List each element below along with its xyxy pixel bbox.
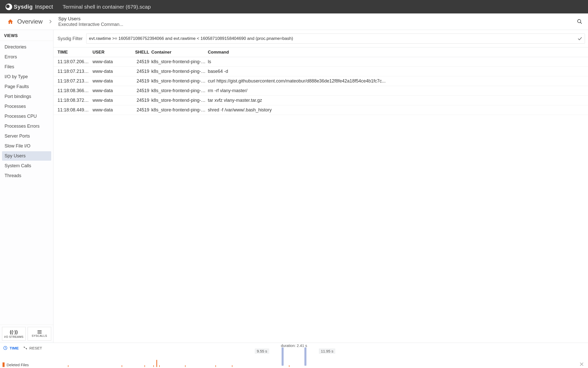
cell-time: 11:18:07.20696... bbox=[58, 59, 90, 64]
cell-shell: 24519 bbox=[135, 88, 149, 93]
sidebar-item-port-bindings[interactable]: Port bindings bbox=[2, 92, 51, 101]
table-row[interactable]: 11:18:08.44914...www-data24519k8s_store-… bbox=[53, 105, 588, 115]
cell-shell: 24519 bbox=[135, 98, 149, 103]
reset-button[interactable]: RESET bbox=[23, 346, 42, 350]
timeline-legend: Deleted Files bbox=[3, 362, 29, 367]
syscalls-label: SYSCALLS bbox=[32, 334, 47, 337]
cell-user: www-data bbox=[93, 88, 133, 93]
cell-command: rm -rf vlany-master/ bbox=[208, 88, 584, 93]
breadcrumb-view-subtitle: Executed Interactive Comman... bbox=[58, 22, 123, 27]
sidebar-item-files[interactable]: Files bbox=[2, 62, 51, 72]
sidebar-item-processes[interactable]: Processes bbox=[2, 102, 51, 111]
timeline-mark bbox=[144, 365, 145, 367]
syscalls-button[interactable]: SYSCALLS bbox=[28, 327, 51, 341]
cell-shell: 24519 bbox=[135, 69, 149, 74]
sidebar-item-system-calls[interactable]: System Calls bbox=[2, 161, 51, 171]
timeline-mark bbox=[215, 365, 216, 367]
home-icon[interactable] bbox=[7, 19, 14, 25]
timeline-mark bbox=[153, 365, 154, 367]
sidebar-item-slow-file-i-o[interactable]: Slow File I/O bbox=[2, 141, 51, 151]
sidebar-item-i-o-by-type[interactable]: I/O by Type bbox=[2, 72, 51, 81]
timeline-mark bbox=[159, 365, 160, 367]
io-streams-label: I/O STREAMS bbox=[4, 335, 23, 338]
sidebar-item-spy-users[interactable]: Spy Users bbox=[2, 151, 51, 161]
breadcrumb-view-title: Spy Users bbox=[58, 16, 123, 22]
sidebar-item-server-ports[interactable]: Server Ports bbox=[2, 131, 51, 141]
filter-row: Sysdig Filter bbox=[53, 30, 588, 47]
commands-table: TIME USER SHELL Container Command 11:18:… bbox=[53, 47, 588, 343]
duration-label: duration: 2.41 s bbox=[281, 343, 307, 348]
cell-command: curl https://gist.githubusercontent.com/… bbox=[208, 78, 584, 84]
filter-label: Sysdig Filter bbox=[58, 36, 83, 41]
legend-label: Deleted Files bbox=[7, 363, 29, 367]
file-title: Terminal shell in container (679).scap bbox=[63, 4, 151, 10]
timeline-mark bbox=[122, 365, 122, 367]
timeline-mark bbox=[289, 365, 289, 367]
legend-swatch-icon bbox=[3, 362, 5, 367]
search-icon[interactable] bbox=[577, 19, 582, 24]
cell-time: 11:18:08.44914... bbox=[58, 107, 90, 113]
sidebar-buttons: ((·)) I/O STREAMS SYSCALLS bbox=[0, 325, 53, 343]
breadcrumb-current-view: Spy Users Executed Interactive Comman... bbox=[58, 16, 123, 27]
breadcrumb-bar: Overview Spy Users Executed Interactive … bbox=[0, 13, 588, 30]
cell-time: 11:18:07.21333... bbox=[58, 69, 90, 74]
table-row[interactable]: 11:18:08.37248...www-data24519k8s_store-… bbox=[53, 96, 588, 105]
cell-shell: 24519 bbox=[135, 78, 149, 84]
cell-time: 11:18:08.37248... bbox=[58, 98, 90, 103]
col-shell[interactable]: SHELL bbox=[135, 50, 149, 55]
reset-label: RESET bbox=[29, 346, 42, 350]
table-row[interactable]: 11:18:07.21333...www-data24519k8s_store-… bbox=[53, 67, 588, 76]
cell-time: 11:18:08.36645... bbox=[58, 88, 90, 93]
sidebar-item-processes-cpu[interactable]: Processes CPU bbox=[2, 112, 51, 121]
filter-apply-icon[interactable] bbox=[578, 37, 582, 40]
timeline-spike bbox=[156, 360, 157, 367]
app-logo: Sysdig Inspect bbox=[6, 4, 53, 10]
cell-command: tar xvfz vlany-master.tar.gz bbox=[208, 98, 584, 103]
table-row[interactable]: 11:18:07.20696...www-data24519k8s_store-… bbox=[53, 57, 588, 67]
time-toggle[interactable]: TIME bbox=[3, 346, 19, 350]
sidebar-item-directories[interactable]: Directories bbox=[2, 42, 51, 52]
timeline-track[interactable]: Deleted Files bbox=[3, 358, 585, 367]
cell-shell: 24519 bbox=[135, 107, 149, 113]
timeline-right-tick: 11.95 s bbox=[319, 348, 335, 354]
table-row[interactable]: 11:18:08.36645...www-data24519k8s_store-… bbox=[53, 86, 588, 96]
cell-container: k8s_store-frontend-ping-php... bbox=[151, 107, 206, 113]
svg-line-1 bbox=[580, 22, 582, 24]
cell-container: k8s_store-frontend-ping-php... bbox=[151, 98, 206, 103]
sidebar-item-page-faults[interactable]: Page Faults bbox=[2, 82, 51, 91]
timeline-close-icon[interactable] bbox=[580, 362, 583, 366]
cell-user: www-data bbox=[93, 69, 133, 74]
col-container[interactable]: Container bbox=[151, 50, 206, 55]
sidebar-item-processes-errors[interactable]: Processes Errors bbox=[2, 122, 51, 131]
io-streams-button[interactable]: ((·)) I/O STREAMS bbox=[2, 327, 26, 341]
timeline-panel: TIME RESET duration: 2.41 s 9.55 s 11.95… bbox=[0, 343, 588, 368]
col-user[interactable]: USER bbox=[93, 50, 133, 55]
timeline-mark bbox=[68, 365, 68, 367]
timeline-mark bbox=[232, 365, 232, 367]
col-time[interactable]: TIME bbox=[58, 50, 90, 55]
svg-point-0 bbox=[578, 20, 581, 23]
sysdig-filter-input[interactable] bbox=[86, 34, 585, 43]
filter-input-wrapper bbox=[86, 34, 585, 44]
main-panel: Sysdig Filter TIME USER SHELL Container … bbox=[53, 30, 588, 343]
cell-command: ls bbox=[208, 59, 584, 64]
cell-shell: 24519 bbox=[135, 59, 149, 64]
sidebar-item-errors[interactable]: Errors bbox=[2, 52, 51, 62]
col-command[interactable]: Command bbox=[208, 50, 584, 55]
syscalls-icon bbox=[37, 330, 42, 334]
sidebar-item-threads[interactable]: Threads bbox=[2, 171, 51, 180]
breadcrumb-overview[interactable]: Overview bbox=[17, 18, 43, 25]
timeline-mark bbox=[185, 365, 186, 367]
brand-subname: Inspect bbox=[35, 4, 53, 10]
cell-command: shred -f /var/www/.bash_history bbox=[208, 107, 584, 113]
brand-name: Sysdig bbox=[14, 4, 33, 10]
cell-container: k8s_store-frontend-ping-php... bbox=[151, 69, 206, 74]
view-list: DirectoriesErrorsFilesI/O by TypePage Fa… bbox=[0, 41, 53, 325]
cell-user: www-data bbox=[93, 59, 133, 64]
table-row[interactable]: 11:18:07.21388...www-data24519k8s_store-… bbox=[53, 76, 588, 86]
io-streams-icon: ((·)) bbox=[10, 329, 18, 335]
logo-icon bbox=[6, 4, 12, 10]
cell-container: k8s_store-frontend-ping-php... bbox=[151, 88, 206, 93]
cell-user: www-data bbox=[93, 98, 133, 103]
timeline-duration: duration: 2.41 s bbox=[281, 343, 307, 348]
